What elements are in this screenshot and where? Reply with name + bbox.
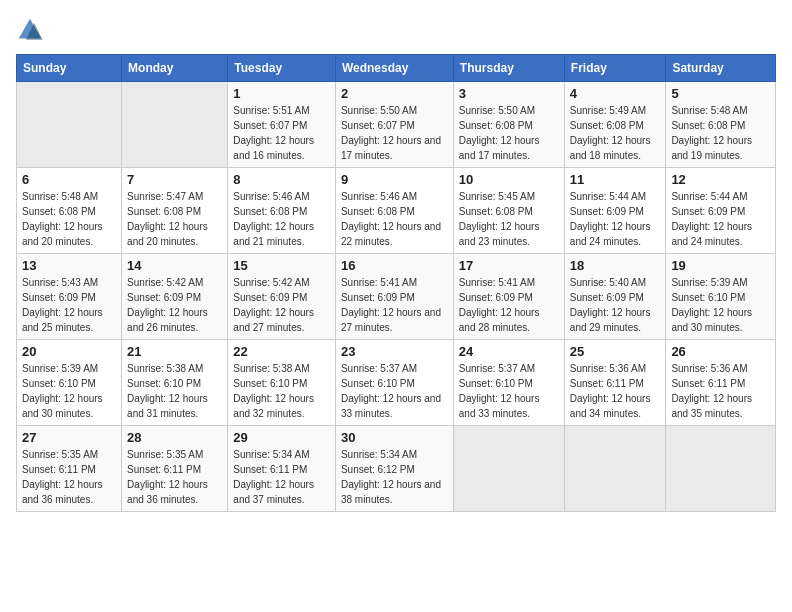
day-info: Sunrise: 5:38 AM Sunset: 6:10 PM Dayligh…: [233, 361, 330, 421]
calendar-week: 6Sunrise: 5:48 AM Sunset: 6:08 PM Daylig…: [17, 168, 776, 254]
day-info: Sunrise: 5:34 AM Sunset: 6:11 PM Dayligh…: [233, 447, 330, 507]
day-number: 27: [22, 430, 116, 445]
calendar-cell: 15Sunrise: 5:42 AM Sunset: 6:09 PM Dayli…: [228, 254, 336, 340]
calendar-cell: 29Sunrise: 5:34 AM Sunset: 6:11 PM Dayli…: [228, 426, 336, 512]
day-info: Sunrise: 5:41 AM Sunset: 6:09 PM Dayligh…: [341, 275, 448, 335]
day-info: Sunrise: 5:42 AM Sunset: 6:09 PM Dayligh…: [233, 275, 330, 335]
calendar-table: SundayMondayTuesdayWednesdayThursdayFrid…: [16, 54, 776, 512]
calendar-cell: 26Sunrise: 5:36 AM Sunset: 6:11 PM Dayli…: [666, 340, 776, 426]
calendar-cell: 18Sunrise: 5:40 AM Sunset: 6:09 PM Dayli…: [564, 254, 666, 340]
calendar-week: 13Sunrise: 5:43 AM Sunset: 6:09 PM Dayli…: [17, 254, 776, 340]
calendar-cell: 2Sunrise: 5:50 AM Sunset: 6:07 PM Daylig…: [335, 82, 453, 168]
calendar-cell: 8Sunrise: 5:46 AM Sunset: 6:08 PM Daylig…: [228, 168, 336, 254]
day-info: Sunrise: 5:37 AM Sunset: 6:10 PM Dayligh…: [341, 361, 448, 421]
calendar-cell: 6Sunrise: 5:48 AM Sunset: 6:08 PM Daylig…: [17, 168, 122, 254]
day-number: 8: [233, 172, 330, 187]
header: [16, 16, 776, 44]
calendar-week: 20Sunrise: 5:39 AM Sunset: 6:10 PM Dayli…: [17, 340, 776, 426]
calendar-cell: 24Sunrise: 5:37 AM Sunset: 6:10 PM Dayli…: [453, 340, 564, 426]
day-number: 15: [233, 258, 330, 273]
day-number: 16: [341, 258, 448, 273]
weekday-header: Saturday: [666, 55, 776, 82]
day-info: Sunrise: 5:43 AM Sunset: 6:09 PM Dayligh…: [22, 275, 116, 335]
day-info: Sunrise: 5:51 AM Sunset: 6:07 PM Dayligh…: [233, 103, 330, 163]
weekday-header: Thursday: [453, 55, 564, 82]
day-number: 29: [233, 430, 330, 445]
calendar-week: 1Sunrise: 5:51 AM Sunset: 6:07 PM Daylig…: [17, 82, 776, 168]
logo-icon: [16, 16, 44, 44]
day-number: 14: [127, 258, 222, 273]
day-number: 11: [570, 172, 661, 187]
day-info: Sunrise: 5:40 AM Sunset: 6:09 PM Dayligh…: [570, 275, 661, 335]
calendar-cell: 1Sunrise: 5:51 AM Sunset: 6:07 PM Daylig…: [228, 82, 336, 168]
day-number: 1: [233, 86, 330, 101]
calendar-cell: [564, 426, 666, 512]
day-info: Sunrise: 5:48 AM Sunset: 6:08 PM Dayligh…: [671, 103, 770, 163]
weekday-header: Tuesday: [228, 55, 336, 82]
day-number: 2: [341, 86, 448, 101]
day-info: Sunrise: 5:38 AM Sunset: 6:10 PM Dayligh…: [127, 361, 222, 421]
day-number: 5: [671, 86, 770, 101]
day-number: 4: [570, 86, 661, 101]
day-number: 10: [459, 172, 559, 187]
calendar-cell: 14Sunrise: 5:42 AM Sunset: 6:09 PM Dayli…: [122, 254, 228, 340]
calendar-cell: 3Sunrise: 5:50 AM Sunset: 6:08 PM Daylig…: [453, 82, 564, 168]
day-info: Sunrise: 5:35 AM Sunset: 6:11 PM Dayligh…: [127, 447, 222, 507]
day-number: 12: [671, 172, 770, 187]
calendar-cell: 13Sunrise: 5:43 AM Sunset: 6:09 PM Dayli…: [17, 254, 122, 340]
day-info: Sunrise: 5:46 AM Sunset: 6:08 PM Dayligh…: [341, 189, 448, 249]
calendar-cell: 27Sunrise: 5:35 AM Sunset: 6:11 PM Dayli…: [17, 426, 122, 512]
day-number: 20: [22, 344, 116, 359]
day-info: Sunrise: 5:46 AM Sunset: 6:08 PM Dayligh…: [233, 189, 330, 249]
day-info: Sunrise: 5:45 AM Sunset: 6:08 PM Dayligh…: [459, 189, 559, 249]
day-number: 26: [671, 344, 770, 359]
calendar-cell: 17Sunrise: 5:41 AM Sunset: 6:09 PM Dayli…: [453, 254, 564, 340]
day-number: 9: [341, 172, 448, 187]
calendar-cell: 11Sunrise: 5:44 AM Sunset: 6:09 PM Dayli…: [564, 168, 666, 254]
weekday-header: Friday: [564, 55, 666, 82]
weekday-header: Sunday: [17, 55, 122, 82]
calendar-cell: 23Sunrise: 5:37 AM Sunset: 6:10 PM Dayli…: [335, 340, 453, 426]
day-number: 17: [459, 258, 559, 273]
day-info: Sunrise: 5:49 AM Sunset: 6:08 PM Dayligh…: [570, 103, 661, 163]
calendar-cell: 28Sunrise: 5:35 AM Sunset: 6:11 PM Dayli…: [122, 426, 228, 512]
day-number: 24: [459, 344, 559, 359]
calendar-cell: [17, 82, 122, 168]
day-info: Sunrise: 5:36 AM Sunset: 6:11 PM Dayligh…: [671, 361, 770, 421]
calendar-cell: 7Sunrise: 5:47 AM Sunset: 6:08 PM Daylig…: [122, 168, 228, 254]
day-info: Sunrise: 5:50 AM Sunset: 6:07 PM Dayligh…: [341, 103, 448, 163]
day-number: 25: [570, 344, 661, 359]
logo: [16, 16, 48, 44]
calendar-cell: 16Sunrise: 5:41 AM Sunset: 6:09 PM Dayli…: [335, 254, 453, 340]
calendar-cell: 4Sunrise: 5:49 AM Sunset: 6:08 PM Daylig…: [564, 82, 666, 168]
day-info: Sunrise: 5:41 AM Sunset: 6:09 PM Dayligh…: [459, 275, 559, 335]
day-info: Sunrise: 5:39 AM Sunset: 6:10 PM Dayligh…: [22, 361, 116, 421]
day-info: Sunrise: 5:35 AM Sunset: 6:11 PM Dayligh…: [22, 447, 116, 507]
day-number: 3: [459, 86, 559, 101]
day-info: Sunrise: 5:50 AM Sunset: 6:08 PM Dayligh…: [459, 103, 559, 163]
calendar-cell: [122, 82, 228, 168]
weekday-header: Monday: [122, 55, 228, 82]
calendar-week: 27Sunrise: 5:35 AM Sunset: 6:11 PM Dayli…: [17, 426, 776, 512]
calendar-cell: 19Sunrise: 5:39 AM Sunset: 6:10 PM Dayli…: [666, 254, 776, 340]
day-info: Sunrise: 5:44 AM Sunset: 6:09 PM Dayligh…: [570, 189, 661, 249]
weekday-header: Wednesday: [335, 55, 453, 82]
calendar-cell: 20Sunrise: 5:39 AM Sunset: 6:10 PM Dayli…: [17, 340, 122, 426]
day-info: Sunrise: 5:39 AM Sunset: 6:10 PM Dayligh…: [671, 275, 770, 335]
day-info: Sunrise: 5:42 AM Sunset: 6:09 PM Dayligh…: [127, 275, 222, 335]
calendar-cell: 10Sunrise: 5:45 AM Sunset: 6:08 PM Dayli…: [453, 168, 564, 254]
day-number: 23: [341, 344, 448, 359]
day-number: 13: [22, 258, 116, 273]
day-number: 28: [127, 430, 222, 445]
calendar-cell: 25Sunrise: 5:36 AM Sunset: 6:11 PM Dayli…: [564, 340, 666, 426]
day-number: 21: [127, 344, 222, 359]
day-number: 22: [233, 344, 330, 359]
calendar-cell: [453, 426, 564, 512]
day-number: 6: [22, 172, 116, 187]
day-number: 18: [570, 258, 661, 273]
day-number: 30: [341, 430, 448, 445]
calendar-cell: [666, 426, 776, 512]
day-number: 19: [671, 258, 770, 273]
calendar-cell: 9Sunrise: 5:46 AM Sunset: 6:08 PM Daylig…: [335, 168, 453, 254]
day-info: Sunrise: 5:37 AM Sunset: 6:10 PM Dayligh…: [459, 361, 559, 421]
